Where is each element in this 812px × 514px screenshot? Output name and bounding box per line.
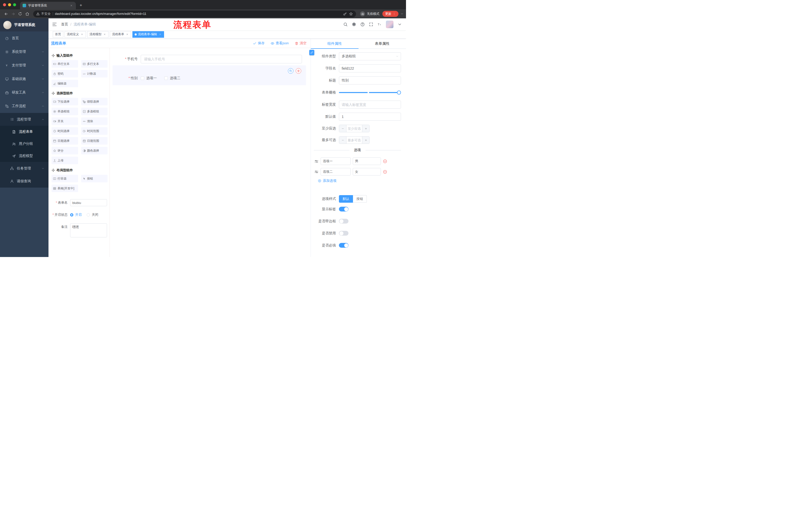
update-button[interactable]: 更新 bbox=[382, 11, 399, 17]
password-key-icon[interactable] bbox=[343, 12, 347, 16]
decrease-button[interactable] bbox=[339, 125, 346, 132]
default-value-input[interactable] bbox=[339, 113, 401, 121]
remove-option-icon[interactable] bbox=[383, 170, 387, 174]
palette-item-rate[interactable]: 评分 bbox=[52, 147, 78, 154]
gender-option-2[interactable]: 选项二 bbox=[164, 76, 180, 80]
show-label-switch[interactable] bbox=[339, 207, 348, 212]
option1-label-input[interactable] bbox=[321, 157, 351, 165]
gender-option-1[interactable]: 选项一 bbox=[141, 76, 157, 80]
status-radio-on[interactable]: 开启 bbox=[70, 213, 82, 217]
tag-home[interactable]: 首页 bbox=[53, 31, 63, 38]
remove-option-icon[interactable] bbox=[383, 159, 387, 163]
font-size-icon[interactable] bbox=[377, 22, 382, 27]
toolbar-chevron-icon[interactable] bbox=[401, 12, 404, 15]
sidebar-item-devtools[interactable]: 研发工具 bbox=[0, 86, 49, 99]
hamburger-icon[interactable] bbox=[52, 22, 57, 27]
canvas-field-gender[interactable]: 性别 选项一 选项二 bbox=[113, 65, 306, 85]
min-select-input[interactable] bbox=[346, 125, 362, 132]
add-option-button[interactable]: 添加选项 bbox=[318, 179, 401, 183]
palette-item-slider[interactable]: 滑块 bbox=[81, 117, 108, 125]
sidebar-item-process-form[interactable]: 流程表单 bbox=[0, 126, 49, 138]
tag-close-icon[interactable] bbox=[125, 33, 129, 36]
increase-button[interactable] bbox=[362, 137, 369, 143]
tab-close-icon[interactable] bbox=[69, 3, 74, 7]
decrease-button[interactable] bbox=[339, 137, 346, 143]
window-minimize-button[interactable] bbox=[8, 3, 11, 6]
breadcrumb-home[interactable]: 首页 bbox=[61, 22, 68, 27]
link-badge[interactable] bbox=[309, 50, 314, 55]
sidebar-item-process-mgmt[interactable]: 流程管理 bbox=[0, 113, 49, 126]
tag-process-form[interactable]: 流程表单 bbox=[110, 31, 131, 38]
palette-item-date-range[interactable]: 日期范围 bbox=[81, 137, 108, 144]
palette-item-row[interactable]: 行容器 bbox=[52, 175, 78, 182]
palette-item-time[interactable]: 时间选择 bbox=[52, 127, 78, 135]
delete-field-button[interactable] bbox=[296, 68, 301, 74]
view-json-button[interactable]: 查看json bbox=[270, 41, 289, 46]
slider-handle[interactable] bbox=[397, 90, 401, 94]
palette-item-single-text[interactable]: 单行文本 bbox=[52, 60, 78, 67]
fullscreen-icon[interactable] bbox=[369, 22, 373, 27]
tag-close-icon[interactable] bbox=[80, 33, 84, 36]
palette-item-date[interactable]: 日期选择 bbox=[52, 137, 78, 144]
palette-item-table[interactable]: 表格[开发中] bbox=[52, 185, 78, 192]
form-canvas[interactable]: 手机号 性别 选项一 选项 bbox=[110, 48, 311, 257]
component-type-select[interactable] bbox=[339, 52, 401, 60]
tab-component-props[interactable]: 组件属性 bbox=[311, 39, 358, 49]
security-chip[interactable]: 不安全 bbox=[36, 12, 51, 16]
palette-item-editor[interactable]: 编辑器 bbox=[52, 80, 78, 87]
title-input[interactable] bbox=[339, 77, 401, 84]
palette-item-color[interactable]: 颜色选择 bbox=[81, 147, 108, 154]
sidebar-item-process-model[interactable]: 流程模型 bbox=[0, 150, 49, 162]
palette-item-radio-group[interactable]: 单选框组 bbox=[52, 108, 78, 115]
sidebar-item-task-mgmt[interactable]: 任务管理 bbox=[0, 162, 49, 175]
user-avatar[interactable] bbox=[386, 21, 394, 28]
phone-input[interactable] bbox=[141, 55, 302, 63]
new-tab-button[interactable]: + bbox=[77, 2, 84, 9]
tag-process-form-edit[interactable]: 流程表单-编辑 bbox=[133, 31, 164, 38]
sidebar-logo[interactable]: 芋道管理系统 bbox=[0, 18, 49, 31]
palette-item-button[interactable]: 按钮 bbox=[81, 175, 108, 182]
sidebar-item-user-group[interactable]: 用户分组 bbox=[0, 138, 49, 150]
palette-item-select[interactable]: 下拉选择 bbox=[52, 98, 78, 105]
option2-label-input[interactable] bbox=[321, 168, 351, 175]
palette-item-multi-text[interactable]: 多行文本 bbox=[81, 60, 108, 67]
tag-close-icon[interactable] bbox=[103, 33, 106, 36]
style-button-button[interactable]: 按钮 bbox=[353, 195, 367, 203]
palette-item-upload[interactable]: 上传 bbox=[52, 157, 78, 164]
option2-value-input[interactable] bbox=[353, 168, 381, 175]
copy-field-button[interactable] bbox=[288, 68, 293, 74]
border-switch[interactable] bbox=[339, 219, 348, 223]
required-switch[interactable] bbox=[339, 243, 348, 248]
sidebar-item-leave-query[interactable]: 请假查询 bbox=[0, 175, 49, 188]
style-default-button[interactable]: 默认 bbox=[339, 195, 353, 203]
palette-item-checkbox-group[interactable]: 多选框组 bbox=[81, 108, 108, 115]
tag-close-icon[interactable] bbox=[158, 33, 162, 36]
address-bar[interactable]: 不安全 dashboard.yudao.iocoder.cn/bpm/manag… bbox=[33, 10, 356, 17]
bookmark-star-icon[interactable] bbox=[349, 12, 353, 16]
sidebar-item-system[interactable]: 系统管理 bbox=[0, 45, 49, 59]
palette-item-time-range[interactable]: 时间范围 bbox=[81, 127, 108, 135]
back-button[interactable] bbox=[2, 10, 9, 17]
label-width-input[interactable] bbox=[339, 101, 401, 109]
status-radio-off[interactable]: 关闭 bbox=[87, 213, 98, 217]
max-select-input[interactable] bbox=[346, 137, 362, 143]
search-icon[interactable] bbox=[343, 22, 348, 27]
sidebar-item-workflow[interactable]: 工作流程 bbox=[0, 99, 49, 113]
tag-process-definition[interactable]: 流程定义 bbox=[64, 31, 86, 38]
save-button[interactable]: 保存 bbox=[253, 41, 265, 46]
help-icon[interactable] bbox=[360, 22, 365, 27]
reload-button[interactable] bbox=[17, 10, 24, 17]
window-close-button[interactable] bbox=[3, 3, 6, 6]
palette-item-switch[interactable]: 开关 bbox=[52, 117, 78, 125]
option-drag-icon[interactable] bbox=[314, 159, 319, 163]
browser-tab[interactable]: 芋道管理系统 bbox=[20, 2, 76, 9]
form-name-input[interactable] bbox=[70, 199, 107, 206]
option1-value-input[interactable] bbox=[353, 157, 381, 165]
clear-button[interactable]: 清空 bbox=[295, 41, 307, 46]
github-icon[interactable] bbox=[352, 22, 356, 27]
field-name-input[interactable] bbox=[339, 64, 401, 73]
window-zoom-button[interactable] bbox=[13, 3, 16, 6]
avatar-caret-icon[interactable] bbox=[398, 22, 402, 27]
canvas-field-phone[interactable]: 手机号 bbox=[113, 55, 306, 63]
grid-slider[interactable] bbox=[339, 88, 401, 97]
